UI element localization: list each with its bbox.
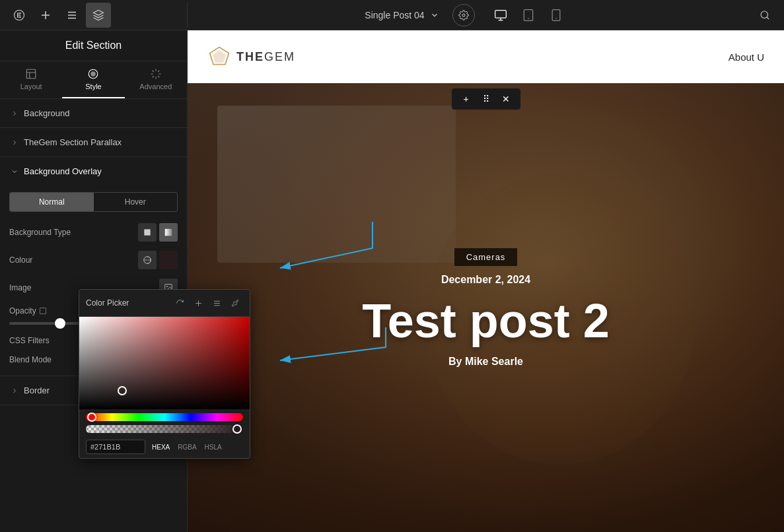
background-type-solid-btn[interactable] bbox=[138, 223, 157, 242]
cp-cursor[interactable] bbox=[118, 386, 127, 395]
cp-opacity-thumb[interactable] bbox=[232, 424, 242, 434]
canvas: THEGEM About U Cameras December 2, 2024 … bbox=[188, 30, 784, 532]
logo-text-part2: GEM bbox=[264, 50, 295, 63]
cp-format-tabs: HEXA RGBA HSLA bbox=[149, 442, 225, 452]
cp-hex-row: HEXA RGBA HSLA bbox=[79, 436, 250, 458]
cp-hexa-tab[interactable]: HEXA bbox=[149, 442, 172, 452]
svg-point-10 bbox=[555, 18, 557, 19]
cp-reset-btn[interactable] bbox=[172, 295, 188, 311]
accordion-background-label: Background bbox=[24, 108, 69, 118]
svg-rect-3 bbox=[18, 15, 20, 16]
svg-rect-1 bbox=[17, 13, 18, 18]
toolbar-move-btn[interactable]: ⠿ bbox=[477, 91, 495, 107]
site-selector[interactable]: Single Post 04 bbox=[365, 10, 439, 20]
hero-content: Cameras December 2, 2024 Test post 2 By … bbox=[188, 83, 784, 532]
svg-rect-15 bbox=[165, 229, 172, 236]
hero-category: Cameras bbox=[454, 248, 518, 266]
tab-layout[interactable]: Layout bbox=[0, 61, 62, 98]
hero-section: Cameras December 2, 2024 Test post 2 By … bbox=[188, 83, 784, 532]
opacity-thumb[interactable] bbox=[55, 318, 65, 329]
colour-global-btn[interactable] bbox=[138, 251, 157, 269]
cp-rgba-tab[interactable]: RGBA bbox=[175, 442, 199, 452]
hover-tab[interactable]: Hover bbox=[94, 193, 178, 211]
background-type-controls bbox=[138, 223, 178, 242]
cp-list-btn[interactable] bbox=[209, 295, 225, 311]
floating-toolbar: + ⠿ ✕ bbox=[452, 88, 520, 110]
hero-author: By Mike Searle bbox=[448, 356, 523, 368]
settings-button[interactable] bbox=[59, 3, 85, 28]
logo: THEGEM bbox=[207, 45, 295, 69]
blend-mode-label: Blend Mode bbox=[9, 355, 52, 364]
colour-swatch[interactable] bbox=[159, 251, 178, 269]
device-icons bbox=[488, 3, 569, 28]
preview-header: THEGEM About U bbox=[188, 30, 784, 83]
accordion-parallax-header[interactable]: TheGem Section Parallax bbox=[0, 128, 187, 156]
toolbar-add-btn[interactable]: + bbox=[457, 91, 476, 107]
cp-header: Color Picker bbox=[79, 290, 250, 317]
elementor-logo-button[interactable] bbox=[7, 3, 32, 28]
logo-text-part1: THE bbox=[236, 50, 264, 63]
svg-point-18 bbox=[166, 286, 168, 287]
cp-eyedropper-btn[interactable] bbox=[227, 295, 243, 311]
svg-point-8 bbox=[528, 18, 529, 19]
desktop-button[interactable] bbox=[488, 3, 513, 28]
hero-title: Test post 2 bbox=[362, 294, 610, 348]
site-name: Single Post 04 bbox=[365, 10, 424, 20]
mobile-button[interactable] bbox=[544, 3, 569, 28]
colour-row: Colour bbox=[0, 246, 187, 274]
tab-style[interactable]: Style bbox=[62, 61, 124, 98]
normal-hover-tabs: Normal Hover bbox=[9, 192, 178, 212]
tab-advanced-label: Advanced bbox=[139, 83, 172, 90]
search-button[interactable] bbox=[752, 3, 777, 28]
svg-rect-12 bbox=[26, 69, 36, 79]
toolbar-close-btn[interactable]: ✕ bbox=[497, 91, 515, 107]
cp-gradient-area[interactable] bbox=[79, 317, 250, 409]
top-bar: Single Post 04 bbox=[0, 0, 784, 30]
tab-layout-label: Layout bbox=[20, 83, 42, 90]
logo-text: THEGEM bbox=[236, 50, 295, 64]
background-type-gradient-btn[interactable] bbox=[159, 223, 178, 242]
image-label: Image bbox=[9, 283, 31, 292]
accordion-overlay-label: Background Overlay bbox=[24, 166, 102, 176]
tab-style-label: Style bbox=[85, 83, 101, 90]
sidebar-header: Edit Section bbox=[0, 30, 187, 61]
nav-about[interactable]: About U bbox=[729, 51, 764, 63]
cp-hex-input[interactable] bbox=[86, 440, 145, 454]
tablet-button[interactable] bbox=[516, 3, 541, 28]
site-settings-button[interactable] bbox=[452, 4, 475, 26]
css-filters-label: CSS Filters bbox=[9, 336, 50, 345]
colour-controls bbox=[138, 251, 178, 269]
sidebar-title: Edit Section bbox=[13, 40, 174, 51]
tab-advanced[interactable]: Advanced bbox=[125, 61, 187, 98]
accordion-overlay-header[interactable]: Background Overlay bbox=[0, 157, 187, 185]
background-type-label: Background Type bbox=[9, 228, 71, 237]
accordion-parallax: TheGem Section Parallax bbox=[0, 128, 187, 157]
accordion-parallax-label: TheGem Section Parallax bbox=[24, 137, 122, 147]
top-bar-right bbox=[746, 3, 784, 28]
svg-marker-21 bbox=[213, 50, 226, 63]
layers-button[interactable] bbox=[86, 3, 111, 28]
logo-icon bbox=[207, 45, 231, 69]
cp-title: Color Picker bbox=[86, 298, 169, 308]
cp-opacity-slider[interactable] bbox=[86, 425, 243, 433]
opacity-label-text: Opacity bbox=[9, 306, 36, 316]
svg-rect-4 bbox=[18, 17, 21, 18]
color-picker-popup: Color Picker HEXA RGBA HSLA bbox=[79, 289, 250, 459]
svg-point-14 bbox=[91, 71, 96, 77]
svg-point-5 bbox=[462, 14, 465, 17]
cp-hue-thumb[interactable] bbox=[87, 413, 96, 422]
background-type-row: Background Type bbox=[0, 218, 187, 246]
top-bar-center: Single Post 04 bbox=[188, 3, 746, 28]
cp-hue-slider[interactable] bbox=[86, 413, 243, 421]
cp-hsla-tab[interactable]: HSLA bbox=[202, 442, 225, 452]
hero-date: December 2, 2024 bbox=[441, 274, 530, 286]
colour-label: Colour bbox=[9, 255, 32, 265]
cp-add-btn[interactable] bbox=[190, 295, 206, 311]
svg-rect-2 bbox=[18, 13, 21, 14]
add-button[interactable] bbox=[33, 3, 58, 28]
normal-tab[interactable]: Normal bbox=[10, 193, 94, 211]
svg-point-11 bbox=[761, 11, 768, 18]
svg-rect-19 bbox=[40, 308, 46, 314]
top-bar-left bbox=[0, 3, 188, 28]
accordion-background-header[interactable]: Background bbox=[0, 99, 187, 127]
